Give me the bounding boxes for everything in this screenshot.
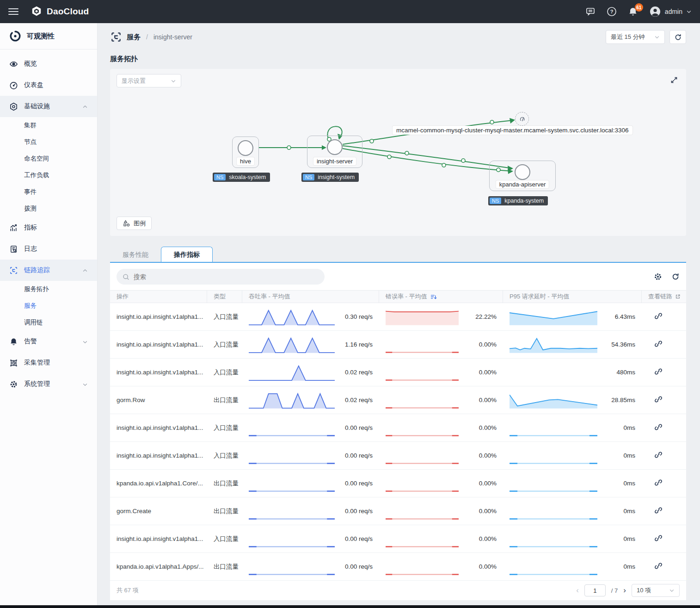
notification-bell-icon[interactable]: 61 (628, 6, 638, 17)
sidebar-item[interactable]: 概览 (0, 53, 97, 74)
sidebar-subitem[interactable]: 调用链 (0, 314, 97, 331)
table-row[interactable]: gorm.Create 出口流量 0.00 req/s 0.00% 0ms (110, 497, 686, 525)
throughput-cell: 0.30 req/s (242, 303, 379, 330)
table-refresh-icon[interactable] (671, 273, 680, 281)
operation-cell: gorm.Create (110, 508, 207, 515)
error-rate-sparkline (386, 502, 459, 521)
table-row[interactable]: insight.io.api.insight.v1alpha1... 入口流量 … (110, 303, 686, 331)
sidebar-subitem[interactable]: 节点 (0, 134, 97, 150)
col-p95-latency[interactable]: P95 请求延时 - 平均值 (503, 291, 642, 303)
sidebar-item[interactable]: 指标 (0, 217, 97, 238)
view-trace-link-icon[interactable] (654, 561, 663, 571)
table-row[interactable]: gorm.Row 出口流量 0.02 req/s 0.00% 28.85ms (110, 386, 686, 414)
col-type[interactable]: 类型 (207, 291, 242, 303)
view-trace-link-icon[interactable] (654, 311, 663, 321)
sidebar-item[interactable]: 链路追踪 (0, 260, 97, 281)
col-operation[interactable]: 操作 (110, 291, 207, 303)
chevron-up-icon (82, 267, 88, 273)
menu-toggle-icon[interactable] (8, 8, 18, 15)
node-external-mysql[interactable] (515, 112, 529, 126)
next-page-icon[interactable]: › (623, 586, 626, 595)
sidebar-item[interactable]: 基础设施 (0, 96, 97, 117)
gear-icon (9, 380, 18, 389)
view-trace-link-icon[interactable] (654, 478, 663, 487)
chat-icon[interactable] (585, 6, 596, 17)
view-trace-link-icon[interactable] (654, 534, 663, 543)
throughput-value: 0.02 req/s (338, 369, 373, 376)
table-row[interactable]: insight.io.api.insight.v1alpha1... 入口流量 … (110, 442, 686, 470)
view-trace-link-icon[interactable] (654, 422, 663, 432)
chevron-down-icon (669, 588, 675, 593)
error-rate-value: 0.00% (462, 535, 497, 542)
breadcrumb-current: insight-server (154, 33, 192, 41)
operation-cell: insight.io.api.insight.v1alpha1... (110, 369, 207, 376)
throughput-value: 0.00 req/s (338, 535, 373, 542)
node-name: hive (237, 157, 254, 165)
sidebar-header[interactable]: 可观测性 (0, 23, 97, 50)
display-settings-select[interactable]: 显示设置 (117, 74, 181, 87)
breadcrumb-separator: / (145, 33, 149, 41)
sidebar-subitem[interactable]: 工作负载 (0, 167, 97, 184)
sidebar-subitem[interactable]: 服务拓扑 (0, 281, 97, 298)
node-name: insight-server (313, 157, 356, 165)
table-footer: 共 67 项 ‹ / 7 › 10 项 (110, 581, 686, 600)
sidebar-subitem[interactable]: 服务 (0, 298, 97, 314)
sidebar-item[interactable]: 系统管理 (0, 373, 97, 395)
error-rate-value: 0.00% (462, 397, 497, 403)
service-topology-canvas[interactable]: 显示设置 hive NS skoala-system in (110, 69, 686, 236)
table-settings-gear-icon[interactable] (654, 273, 662, 281)
table-row[interactable]: insight.io.api.insight.v1alpha1... 入口流量 … (110, 331, 686, 359)
user-menu[interactable]: admin (649, 6, 692, 18)
col-error-rate[interactable]: 错误率 - 平均值 (379, 291, 503, 303)
breadcrumb-section[interactable]: 服务 (127, 33, 141, 42)
page-input[interactable] (584, 584, 606, 596)
node-kpanda-apiserver[interactable]: kpanda-apiserver (489, 161, 556, 191)
external-service-label[interactable]: mcamel-common-mysql-cluster-mysql-master… (393, 126, 632, 135)
sidebar-subitem[interactable]: 集群 (0, 117, 97, 134)
error-rate-sparkline (386, 418, 459, 438)
fullscreen-icon[interactable] (669, 75, 679, 85)
throughput-value: 0.00 req/s (338, 424, 373, 431)
table-row[interactable]: insight.io.api.insight.v1alpha1... 入口流量 … (110, 359, 686, 386)
sidebar-item[interactable]: 采集管理 (0, 352, 97, 373)
sidebar-subitem[interactable]: 拨测 (0, 200, 97, 217)
tab-operation-metrics[interactable]: 操作指标 (161, 247, 213, 262)
search-input[interactable] (134, 273, 319, 280)
type-cell: 入口流量 (207, 368, 242, 377)
chevron-down-icon (82, 339, 88, 344)
legend-button[interactable]: 图例 (117, 217, 152, 230)
error-rate-cell: 0.00% (379, 359, 503, 386)
brand-logo[interactable]: DaoCloud (31, 6, 89, 18)
col-throughput[interactable]: 吞吐率 - 平均值 (242, 291, 379, 303)
table-row[interactable]: insight.io.api.insight.v1alpha1... 入口流量 … (110, 414, 686, 442)
prev-page-icon[interactable]: ‹ (576, 586, 579, 595)
help-icon[interactable]: ? (607, 6, 617, 17)
node-insight-server[interactable]: insight-server (307, 136, 362, 168)
view-trace-link-icon[interactable] (654, 367, 663, 376)
node-hive[interactable]: hive (232, 136, 259, 168)
main-content: 服务 / insight-server 最近 15 分钟 服务拓扑 (98, 23, 700, 605)
refresh-button[interactable] (669, 30, 686, 44)
time-range-select[interactable]: 最近 15 分钟 (606, 30, 665, 44)
tab-service-performance[interactable]: 服务性能 (110, 247, 161, 262)
sidebar-item[interactable]: 告警 (0, 331, 97, 352)
throughput-value: 0.00 req/s (338, 452, 373, 459)
p95-latency-sparkline (510, 502, 597, 521)
table-row[interactable]: kpanda.io.api.v1alpha1.Apps/... 出口流量 0.0… (110, 553, 686, 581)
sidebar-subitem[interactable]: 事件 (0, 184, 97, 200)
chevron-down-icon (686, 9, 692, 14)
sidebar-item[interactable]: 日志 (0, 238, 97, 260)
sort-descending-icon[interactable] (430, 293, 437, 300)
type-cell: 出口流量 (207, 507, 242, 515)
table-row[interactable]: kpanda.io.api.v1alpha1.Core/... 出口流量 0.0… (110, 470, 686, 497)
view-trace-link-icon[interactable] (654, 450, 663, 459)
sidebar-item[interactable]: 仪表盘 (0, 74, 97, 96)
sidebar-subitem[interactable]: 命名空间 (0, 150, 97, 167)
type-cell: 入口流量 (207, 341, 242, 349)
page-size-select[interactable]: 10 项 (632, 584, 680, 597)
view-trace-link-icon[interactable] (654, 506, 663, 515)
view-trace-link-icon[interactable] (654, 339, 663, 348)
view-trace-link-icon[interactable] (654, 395, 663, 404)
table-row[interactable]: insight.io.api.insight.v1alpha1... 入口流量 … (110, 525, 686, 553)
table-header: 操作 类型 吞吐率 - 平均值 错误率 - 平均值 P95 请求延时 - 平均值… (110, 290, 686, 303)
